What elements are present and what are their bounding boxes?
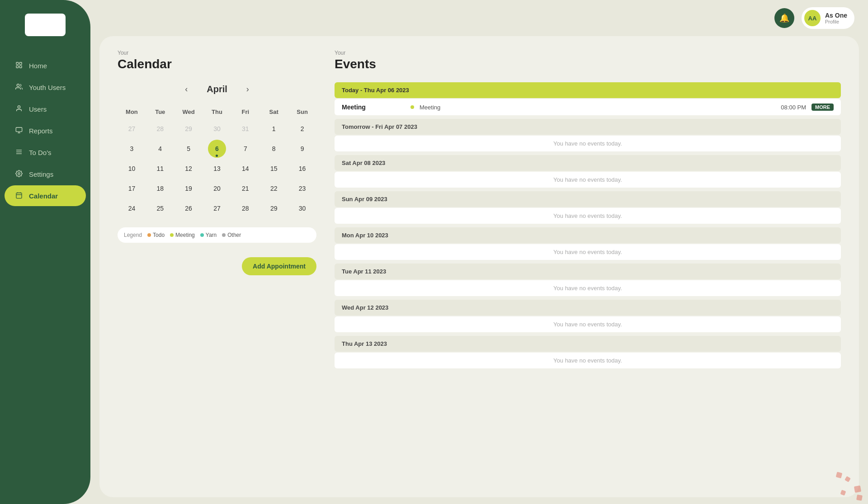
notification-button[interactable]: 🔔 bbox=[774, 8, 794, 28]
cal-week-4: 24252627282930 bbox=[118, 198, 316, 218]
event-date-header: Mon Apr 10 2023 bbox=[335, 227, 841, 243]
cal-day-cell[interactable]: 25 bbox=[151, 199, 169, 217]
cal-day-cell[interactable]: 10 bbox=[123, 160, 141, 178]
event-empty: You have no events today. bbox=[335, 280, 841, 296]
sidebar-item-home[interactable]: Home bbox=[5, 55, 86, 76]
legend-dot-other bbox=[222, 233, 226, 237]
cal-day-cell[interactable]: 3 bbox=[123, 140, 141, 158]
cal-header-thu: Thu bbox=[203, 105, 231, 119]
event-row: Meeting Meeting 08:00 PM MORE bbox=[335, 99, 841, 115]
profile-subtitle: Profile bbox=[825, 19, 847, 24]
cal-day-cell[interactable]: 1 bbox=[265, 120, 283, 138]
calendar-month: April bbox=[207, 84, 227, 94]
cal-day-cell[interactable]: 24 bbox=[123, 199, 141, 217]
legend-item-meeting: Meeting bbox=[170, 232, 195, 238]
add-appointment-button[interactable]: Add Appointment bbox=[242, 257, 316, 275]
cal-day-cell[interactable]: 27 bbox=[123, 120, 141, 138]
cal-day-cell[interactable]: 11 bbox=[151, 160, 169, 178]
cal-header-sun: Sun bbox=[288, 105, 316, 119]
cal-day-cell[interactable]: 9 bbox=[293, 140, 311, 158]
cal-day-cell[interactable]: 31 bbox=[236, 120, 255, 138]
sidebar-item-settings[interactable]: Settings bbox=[5, 164, 86, 184]
sidebar-item-youth-users[interactable]: Youth Users bbox=[5, 77, 86, 98]
cal-day-cell[interactable]: 21 bbox=[236, 179, 255, 198]
topbar: 🔔 AA As One Profile bbox=[90, 0, 868, 36]
event-name: Meeting bbox=[420, 104, 775, 111]
sidebar-item-calendar[interactable]: Calendar bbox=[5, 185, 86, 206]
avatar: AA bbox=[804, 10, 821, 26]
calendar-title: Calendar bbox=[118, 57, 316, 71]
cal-day-cell[interactable]: 18 bbox=[151, 179, 169, 198]
svg-rect-18 bbox=[840, 490, 846, 496]
svg-rect-16 bbox=[844, 476, 851, 482]
event-date-header: Wed Apr 12 2023 bbox=[335, 300, 841, 316]
cal-day-cell[interactable]: 17 bbox=[123, 179, 141, 198]
svg-point-10 bbox=[18, 173, 20, 174]
prev-month-button[interactable]: ‹ bbox=[179, 82, 193, 96]
calendar-body: 2728293031123456789101112131415161718192… bbox=[118, 119, 316, 218]
cal-day-cell[interactable]: 29 bbox=[265, 199, 283, 217]
legend-dot-meeting bbox=[170, 233, 174, 237]
cal-day-cell[interactable]: 23 bbox=[293, 179, 311, 198]
event-date-header: Sun Apr 09 2023 bbox=[335, 191, 841, 207]
sidebar-item-label-calendar: Calendar bbox=[29, 192, 58, 200]
events-your-label: Your bbox=[335, 50, 841, 56]
events-list: Today - Thu Apr 06 2023 Meeting Meeting … bbox=[335, 82, 841, 372]
cal-day-cell[interactable]: 28 bbox=[236, 199, 255, 217]
event-time: 08:00 PM bbox=[781, 104, 806, 111]
cal-day-cell[interactable]: 15 bbox=[265, 160, 283, 178]
svg-rect-1 bbox=[19, 62, 22, 65]
calendar-header-row: MonTueWedThuFriSatSun bbox=[118, 105, 316, 119]
cal-day-cell[interactable]: 28 bbox=[151, 120, 169, 138]
cal-week-2: 10111213141516 bbox=[118, 159, 316, 179]
sidebar-item-label-home: Home bbox=[29, 62, 47, 70]
event-date-header: Today - Thu Apr 06 2023 bbox=[335, 82, 841, 98]
today-dot bbox=[216, 155, 218, 157]
cal-day-cell[interactable]: 6 bbox=[208, 140, 226, 158]
next-month-button[interactable]: › bbox=[241, 82, 255, 96]
profile-name: As One bbox=[825, 12, 847, 19]
calendar-icon bbox=[15, 192, 24, 200]
calendar-nav: ‹ April › bbox=[118, 82, 316, 96]
cal-day-cell[interactable]: 30 bbox=[208, 120, 226, 138]
cal-day-cell[interactable]: 27 bbox=[208, 199, 226, 217]
svg-rect-19 bbox=[856, 495, 863, 501]
sidebar-item-todos[interactable]: To Do's bbox=[5, 142, 86, 163]
cal-day-cell[interactable]: 7 bbox=[236, 140, 255, 158]
cal-day-cell[interactable]: 30 bbox=[293, 199, 311, 217]
cal-day-cell[interactable]: 19 bbox=[179, 179, 198, 198]
event-dot bbox=[410, 105, 414, 109]
cal-day-cell[interactable]: 8 bbox=[265, 140, 283, 158]
decorative-corner bbox=[832, 468, 868, 504]
sidebar-item-label-users: Users bbox=[29, 105, 47, 113]
cal-day-cell[interactable]: 14 bbox=[236, 160, 255, 178]
reports-icon bbox=[15, 127, 24, 135]
cal-day-cell[interactable]: 5 bbox=[179, 140, 198, 158]
profile-button[interactable]: AA As One Profile bbox=[802, 7, 854, 29]
sidebar-item-reports[interactable]: Reports bbox=[5, 120, 86, 141]
cal-day-cell[interactable]: 26 bbox=[179, 199, 198, 217]
cal-day-cell[interactable]: 12 bbox=[179, 160, 198, 178]
svg-rect-3 bbox=[19, 66, 22, 68]
legend-label: Legend bbox=[124, 232, 142, 238]
cal-day-cell[interactable]: 13 bbox=[208, 160, 226, 178]
calendar-your-label: Your bbox=[118, 50, 316, 56]
cal-day-cell[interactable]: 2 bbox=[293, 120, 311, 138]
profile-text: As One Profile bbox=[825, 12, 847, 24]
cal-day-cell[interactable]: 22 bbox=[265, 179, 283, 198]
cal-day-cell[interactable]: 4 bbox=[151, 140, 169, 158]
sidebar-item-label-youth-users: Youth Users bbox=[29, 84, 66, 91]
svg-point-5 bbox=[18, 106, 20, 108]
sidebar-item-users[interactable]: Users bbox=[5, 99, 86, 119]
more-badge[interactable]: MORE bbox=[811, 104, 834, 111]
cal-day-cell[interactable]: 29 bbox=[179, 120, 198, 138]
event-empty: You have no events today. bbox=[335, 172, 841, 188]
event-date-header: Tue Apr 11 2023 bbox=[335, 264, 841, 279]
event-empty: You have no events today. bbox=[335, 316, 841, 332]
cal-day-cell[interactable]: 20 bbox=[208, 179, 226, 198]
cal-header-sat: Sat bbox=[259, 105, 288, 119]
cal-header-fri: Fri bbox=[231, 105, 259, 119]
cal-day-cell[interactable]: 16 bbox=[293, 160, 311, 178]
legend-items: TodoMeetingYarnOther bbox=[147, 232, 241, 238]
cal-week-3: 17181920212223 bbox=[118, 179, 316, 198]
